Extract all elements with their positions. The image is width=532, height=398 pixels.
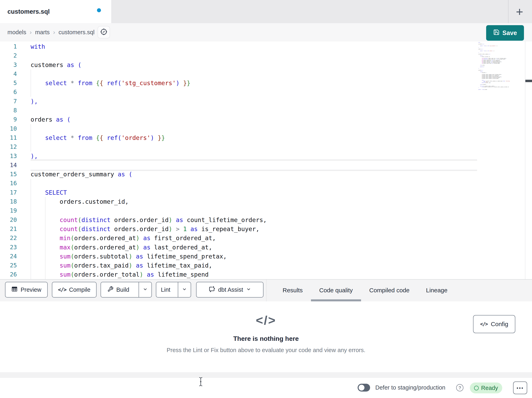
format-compass-button[interactable]: [98, 26, 110, 39]
code-line[interactable]: 16: [0, 179, 525, 188]
code-text: [17, 69, 31, 78]
dbt-assist-button[interactable]: dbt Assist: [196, 282, 264, 298]
line-number[interactable]: 14: [0, 161, 17, 170]
line-number[interactable]: 23: [0, 243, 17, 252]
code-text: orders as (: [17, 115, 71, 124]
breadcrumb-bar: models › marts › customers.sql: [0, 23, 532, 41]
line-number[interactable]: 18: [0, 197, 17, 206]
overflow-menu-button[interactable]: ●●●: [513, 381, 527, 394]
line-number[interactable]: 25: [0, 261, 17, 270]
horizontal-scrollbar-gutter[interactable]: [0, 372, 532, 378]
unsaved-changes-dot-icon: [97, 8, 101, 12]
line-number[interactable]: 17: [0, 188, 17, 197]
dbt-assist-label: dbt Assist: [218, 287, 243, 293]
code-line[interactable]: 1with: [0, 42, 525, 51]
tab-compiled-code[interactable]: Compiled code: [361, 280, 418, 301]
line-number[interactable]: 13: [0, 152, 17, 161]
code-line[interactable]: 9orders as (: [0, 115, 525, 124]
code-line[interactable]: 11 select * from {{ ref('orders') }}: [0, 133, 525, 142]
tab-results[interactable]: Results: [274, 280, 311, 301]
code-line[interactable]: 19: [0, 206, 525, 215]
file-tab-customers-sql[interactable]: customers.sql: [0, 0, 111, 23]
help-icon[interactable]: ?: [456, 384, 463, 391]
line-number[interactable]: 4: [0, 69, 17, 78]
empty-state: </> There is nothing here Press the Lint…: [0, 301, 532, 353]
editor-scrollbar-track[interactable]: [525, 41, 532, 279]
panel-tabs: Results Code quality Compiled code Linea…: [274, 280, 456, 301]
code-line[interactable]: 6: [0, 88, 525, 97]
compile-button[interactable]: </> Compile: [52, 282, 96, 298]
code-line[interactable]: 3customers as (: [0, 60, 525, 69]
line-number[interactable]: 6: [0, 88, 17, 97]
compile-label: Compile: [69, 287, 90, 293]
code-line[interactable]: 25 sum(orders.tax_paid) as lifetime_tax_…: [0, 261, 525, 270]
build-button[interactable]: Build: [101, 282, 136, 297]
line-number[interactable]: 19: [0, 206, 17, 215]
build-dropdown-button[interactable]: [139, 282, 152, 297]
code-line[interactable]: 14: [0, 161, 525, 170]
tab-code-quality[interactable]: Code quality: [311, 280, 361, 301]
new-tab-button[interactable]: +: [511, 3, 529, 20]
line-number[interactable]: 8: [0, 106, 17, 115]
code-text: customer_orders_summary as (: [17, 170, 132, 179]
line-number[interactable]: 11: [0, 133, 17, 142]
code-line[interactable]: 5 select * from {{ ref('stg_customers') …: [0, 78, 525, 88]
code-line[interactable]: 7),: [0, 97, 525, 106]
code-line[interactable]: 2: [0, 51, 525, 60]
editor-minimap[interactable]: withcustomers as ( select * from {{ ref(…: [478, 42, 525, 91]
code-text: [17, 206, 31, 215]
code-line[interactable]: 13),: [0, 152, 525, 161]
code-line[interactable]: 8: [0, 106, 525, 115]
editor-scrollbar-thumb[interactable]: [525, 80, 532, 82]
line-number[interactable]: 22: [0, 234, 17, 243]
line-number[interactable]: 15: [0, 170, 17, 179]
config-button[interactable]: </> Config: [473, 315, 515, 333]
line-number[interactable]: 2: [0, 51, 17, 60]
code-line[interactable]: 18 orders.customer_id,: [0, 197, 525, 206]
line-number[interactable]: 5: [0, 78, 17, 88]
code-line[interactable]: 22 min(orders.ordered_at) as first_order…: [0, 234, 525, 243]
code-text: [17, 106, 31, 115]
lint-button[interactable]: Lint: [156, 282, 175, 297]
lint-dropdown-button[interactable]: [178, 282, 191, 297]
line-number[interactable]: 9: [0, 115, 17, 124]
code-line[interactable]: 23 max(orders.ordered_at) as last_ordere…: [0, 243, 525, 252]
build-split-button: Build: [101, 282, 152, 298]
line-number[interactable]: 1: [0, 42, 17, 51]
tabbar-divider: [508, 0, 508, 23]
toggle-knob: [359, 385, 364, 391]
lint-split-button: Lint: [156, 282, 191, 298]
defer-toggle[interactable]: [358, 384, 370, 391]
line-number[interactable]: 7: [0, 97, 17, 106]
code-line[interactable]: 24 sum(orders.subtotal) as lifetime_spen…: [0, 252, 525, 261]
code-line[interactable]: 21 count(distinct orders.order_id) > 1 a…: [0, 224, 525, 234]
code-editor[interactable]: 1with23customers as (45 select * from {{…: [0, 41, 525, 279]
preview-button[interactable]: Preview: [5, 282, 48, 298]
ide-status-badge[interactable]: Ready: [470, 383, 502, 393]
line-number[interactable]: 3: [0, 60, 17, 69]
code-line[interactable]: 10: [0, 124, 525, 133]
code-line[interactable]: 4: [0, 69, 525, 78]
code-text: [17, 161, 31, 170]
ellipsis-icon: ●●●: [517, 386, 524, 390]
build-label: Build: [116, 287, 129, 293]
code-text: max(orders.ordered_at) as last_ordered_a…: [17, 243, 212, 252]
line-number[interactable]: 10: [0, 124, 17, 133]
line-number[interactable]: 21: [0, 224, 17, 234]
code-line[interactable]: 26 sum(orders.order_total) as lifetime_s…: [0, 270, 525, 279]
line-number[interactable]: 26: [0, 270, 17, 279]
chat-sparkle-icon: [208, 286, 215, 294]
code-line[interactable]: 20 count(distinct orders.order_id) as co…: [0, 215, 525, 224]
editor-tabbar: customers.sql +: [0, 0, 532, 23]
code-line[interactable]: 17 SELECT: [0, 188, 525, 197]
code-line[interactable]: 12: [0, 142, 525, 151]
line-number[interactable]: 24: [0, 252, 17, 261]
code-text: count(distinct orders.order_id) > 1 as i…: [17, 224, 260, 234]
line-number[interactable]: 20: [0, 215, 17, 224]
save-button[interactable]: Save: [486, 25, 524, 41]
line-number[interactable]: 12: [0, 142, 17, 151]
code-line[interactable]: 15customer_orders_summary as (: [0, 170, 525, 179]
code-text: SELECT: [17, 188, 67, 197]
line-number[interactable]: 16: [0, 179, 17, 188]
tab-lineage[interactable]: Lineage: [418, 280, 456, 301]
